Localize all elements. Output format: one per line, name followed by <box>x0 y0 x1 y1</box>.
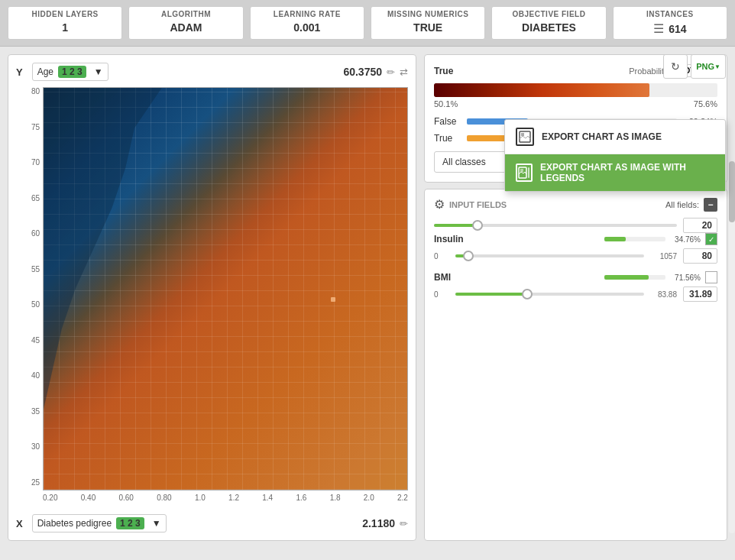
bmi-slider-row: 0 83.88 31.89 <box>434 286 717 302</box>
insulin-pct: 34.76% <box>670 235 701 244</box>
export-legends-label: EXPORT CHART AS IMAGE WITH LEGENDS <box>540 162 714 183</box>
x-value-number: 2.1180 <box>362 517 395 529</box>
param-learning-rate-value: 0.001 <box>293 21 320 34</box>
first-slider-thumb[interactable] <box>472 220 483 231</box>
top-bar: HIDDEN LAYERS 1 ALGORITHM ADAM LEARNING … <box>0 0 735 47</box>
insulin-mini-fill <box>604 237 626 241</box>
heatmap-marker <box>331 297 335 302</box>
main-prob-pct1: 50.1% <box>434 99 458 108</box>
param-hidden-layers: HIDDEN LAYERS 1 <box>8 6 122 40</box>
scrollbar[interactable] <box>729 161 735 533</box>
export-image-legends-button[interactable]: EXPORT CHART AS IMAGE WITH LEGENDS <box>505 154 725 191</box>
y-axis-ticks: 80 75 70 65 60 55 50 45 40 35 30 25 <box>16 87 43 510</box>
bmi-slider-track[interactable] <box>455 293 644 296</box>
refresh-button[interactable]: ↻ <box>663 54 688 79</box>
collapse-fields-button[interactable]: − <box>704 198 717 212</box>
insulin-slider-max: 1057 <box>650 252 677 261</box>
true-sub-label: True <box>434 133 461 144</box>
chart-container: 80 75 70 65 60 55 50 45 40 35 30 25 <box>16 87 408 510</box>
all-classes-label: All classes <box>442 157 486 167</box>
heatmap[interactable] <box>43 87 408 490</box>
param-instances-label: INSTANCES <box>646 10 694 18</box>
input-header: ⚙ INPUT FIELDS All fields: − <box>434 197 717 212</box>
all-fields-label: All fields: <box>665 200 699 209</box>
main-prob-bar-track <box>434 83 717 97</box>
svg-marker-5 <box>44 88 162 409</box>
param-objective-field-label: OBJECTIVE FIELD <box>513 10 586 18</box>
svg-rect-3 <box>528 167 529 178</box>
x-axis-dropdown[interactable]: Diabetes pedigree 1 2 3 ▼ <box>32 514 167 532</box>
param-instances: INSTANCES ☰ 614 <box>613 6 727 40</box>
first-slider-fill <box>434 224 478 227</box>
y-refresh-icon[interactable]: ⇄ <box>400 66 408 78</box>
insulin-value[interactable]: 80 <box>683 248 717 264</box>
param-missing-numerics-value: TRUE <box>413 21 442 34</box>
y-edit-icon[interactable]: ✏ <box>387 66 395 78</box>
first-slider-track[interactable] <box>434 224 677 227</box>
first-slider-row: 20 <box>434 218 717 233</box>
insulin-slider-thumb[interactable] <box>463 251 474 261</box>
svg-rect-4 <box>520 169 523 172</box>
y-axis-badge: 1 2 3 <box>58 66 86 78</box>
x-axis-arrow-icon: ▼ <box>152 518 161 529</box>
insulin-slider-min: 0 <box>434 252 449 261</box>
insulin-label-row: Insulin 34.76% ✓ <box>434 233 717 245</box>
png-arrow-icon: ▼ <box>714 63 720 70</box>
bmi-mini-bar <box>604 275 665 280</box>
x-axis-badge: 1 2 3 <box>116 517 144 529</box>
filter-icon: ⚙ <box>434 197 445 212</box>
export-dropdown: EXPORT CHART AS IMAGE EXPORT CHART AS IM… <box>504 119 726 192</box>
y-axis-arrow-icon: ▼ <box>94 66 103 77</box>
insulin-checkmark: ✓ <box>708 235 714 244</box>
param-learning-rate: LEARNING RATE 0.001 <box>250 6 364 40</box>
param-algorithm: ALGORITHM ADAM <box>128 6 243 40</box>
export-image-button[interactable]: EXPORT CHART AS IMAGE <box>505 120 725 154</box>
param-objective-field-value: DIABETES <box>522 21 576 34</box>
y-axis-toolbar: Y Age 1 2 3 ▼ 60.3750 ✏ ⇄ <box>16 63 408 81</box>
chart-panel: Y Age 1 2 3 ▼ 60.3750 ✏ ⇄ 80 75 70 65 60… <box>8 54 416 541</box>
param-hidden-layers-label: HIDDEN LAYERS <box>32 10 99 18</box>
input-fields-title: INPUT FIELDS <box>449 200 507 209</box>
y-value-number: 60.3750 <box>343 66 382 78</box>
scrollbar-thumb[interactable] <box>729 161 735 222</box>
y-value-display: 60.3750 ✏ ⇄ <box>343 66 408 78</box>
x-axis-label: X <box>16 518 23 529</box>
x-edit-icon[interactable]: ✏ <box>400 518 408 529</box>
input-panel: ⚙ INPUT FIELDS All fields: − 20 <box>424 189 727 541</box>
chart-and-xaxis: 0.20 0.40 0.60 0.80 1.0 1.2 1.4 1.6 1.8 … <box>43 87 408 510</box>
bmi-right: 71.56% <box>604 271 717 283</box>
param-algorithm-value: ADAM <box>170 21 202 34</box>
export-legends-icon <box>516 163 533 182</box>
bmi-checkbox[interactable] <box>705 271 717 283</box>
main-prob-bar-fill <box>434 83 649 97</box>
main-prob-pct2: 75.6% <box>694 99 717 108</box>
bmi-label-row: BMI 71.56% <box>434 271 717 283</box>
param-missing-numerics: MISSING NUMERICS TRUE <box>371 6 485 40</box>
bmi-slider-thumb[interactable] <box>522 289 533 299</box>
input-header-right: All fields: − <box>665 198 717 212</box>
param-learning-rate-label: LEARNING RATE <box>274 10 341 18</box>
bmi-pct: 71.56% <box>670 274 701 282</box>
export-image-icon <box>516 128 534 146</box>
y-axis-label: Y <box>16 66 23 78</box>
x-axis-field: Diabetes pedigree <box>37 518 112 529</box>
png-export-button[interactable]: PNG ▼ <box>691 54 726 79</box>
param-hidden-layers-value: 1 <box>62 21 68 34</box>
insulin-checkbox[interactable]: ✓ <box>705 233 717 245</box>
insulin-right: 34.76% ✓ <box>604 233 717 245</box>
heatmap-svg <box>44 88 407 490</box>
first-slider-value[interactable]: 20 <box>683 218 717 233</box>
export-image-label: EXPORT CHART AS IMAGE <box>542 131 662 142</box>
x-axis-toolbar: X Diabetes pedigree 1 2 3 ▼ 2.1180 ✏ <box>16 514 408 532</box>
insulin-field-row: Insulin 34.76% ✓ 0 <box>434 233 717 264</box>
y-axis-dropdown[interactable]: Age 1 2 3 ▼ <box>32 63 108 81</box>
bmi-slider-max: 83.88 <box>650 290 677 299</box>
x-axis-ticks: 0.20 0.40 0.60 0.80 1.0 1.2 1.4 1.6 1.8 … <box>43 490 408 510</box>
bmi-slider-fill <box>455 293 527 296</box>
param-objective-field: OBJECTIVE FIELD DIABETES <box>491 6 606 40</box>
insulin-field-name: Insulin <box>434 234 464 244</box>
bmi-value[interactable]: 31.89 <box>683 286 717 302</box>
bmi-field-name: BMI <box>434 272 451 283</box>
insulin-slider-track[interactable] <box>455 254 644 257</box>
prob-title: Probability <box>629 66 668 76</box>
